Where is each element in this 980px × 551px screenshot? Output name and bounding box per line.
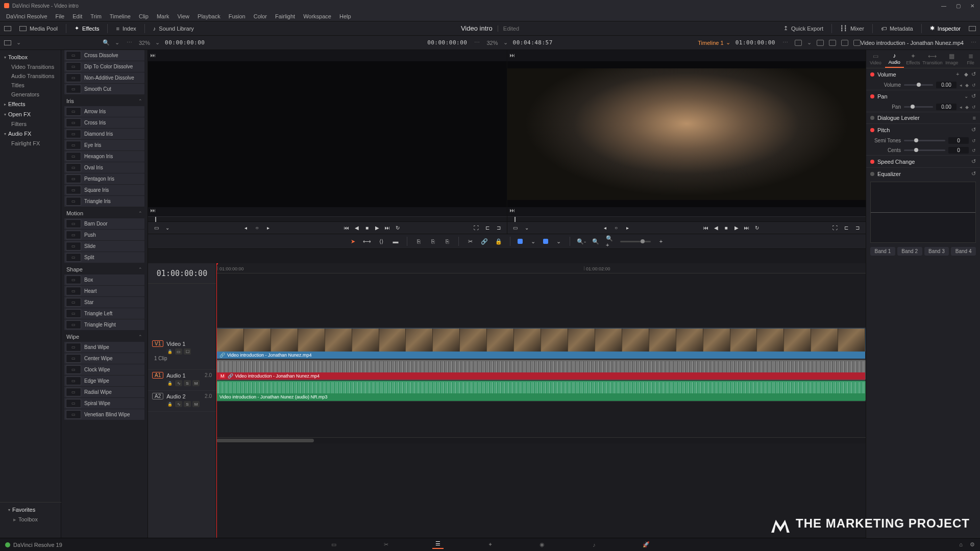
src-jog[interactable]: ○ <box>254 225 260 231</box>
tl-match-r[interactable]: ▸ <box>624 225 630 231</box>
timeline-scrubber[interactable] <box>507 216 866 221</box>
home-icon[interactable]: ⌂ <box>959 541 963 548</box>
tl-play[interactable]: ▶ <box>733 225 740 231</box>
nav-toolbox[interactable]: ▾Toolbox <box>0 52 61 62</box>
tl-loop[interactable]: ↻ <box>754 225 760 231</box>
fx-item[interactable]: ▭Smooth Cut <box>64 84 144 94</box>
fx-item[interactable]: ▭Dip To Color Dissolve <box>64 61 144 72</box>
dynamic-trim[interactable]: ⟨⟩ <box>377 238 385 245</box>
collapse-icon[interactable]: ⌃ <box>138 98 142 104</box>
menu-clip[interactable]: Clip <box>135 13 153 19</box>
tl-in[interactable]: ⊏ <box>843 225 849 231</box>
collapse-icon[interactable]: ⌃ <box>138 334 142 339</box>
fx-item[interactable]: ▭Triangle Left <box>64 308 144 319</box>
src-loop[interactable]: ↻ <box>395 225 401 231</box>
src-prev-frame[interactable]: ◀ <box>354 225 360 231</box>
source-canvas[interactable] <box>148 61 507 207</box>
timeline-ruler[interactable]: 01:00:00:00 01:00:02:00 <box>216 263 866 273</box>
playhead[interactable] <box>216 263 217 538</box>
reset-pan[interactable]: ↺ <box>971 93 976 99</box>
v1-lock[interactable]: 🔒 <box>166 348 174 355</box>
view-opt-5[interactable] <box>853 40 861 46</box>
nav-generators[interactable]: Generators <box>0 90 61 99</box>
a2-wave[interactable]: ∿ <box>175 401 182 407</box>
timeline-selector[interactable]: Timeline 1⌄ <box>698 39 730 46</box>
tl-prev-frame[interactable]: ◀ <box>713 225 719 231</box>
nav-video-transitions[interactable]: Video Transitions <box>0 62 61 71</box>
menu-timeline[interactable]: Timeline <box>106 13 135 19</box>
a2-mute[interactable]: M <box>192 401 200 407</box>
blade-tool[interactable]: ▬ <box>391 238 400 245</box>
audio1-clip[interactable]: M🔗Video introduction - Jonathan Nunez.mp… <box>216 360 866 380</box>
src-match-frame[interactable]: ◂ <box>243 225 249 231</box>
menu-help[interactable]: Help <box>335 13 355 19</box>
menu-color[interactable]: Color <box>250 13 271 19</box>
src-in[interactable]: ⊏ <box>484 225 491 231</box>
page-media[interactable]: ▭ <box>328 541 339 549</box>
nav-audiofx[interactable]: ▾Audio FX <box>0 129 61 139</box>
tl-last-frame[interactable]: ⏭ <box>744 225 750 231</box>
nav-effects[interactable]: ▸Effects <box>0 99 61 109</box>
a2-badge[interactable]: A2 <box>152 393 163 399</box>
v1-enable[interactable]: ☐ <box>184 348 191 355</box>
menu-workspace[interactable]: Workspace <box>299 13 335 19</box>
timeline-scrollbar[interactable] <box>216 437 866 443</box>
pan-kf[interactable]: ◆ <box>965 105 969 110</box>
view-opt-4[interactable] <box>841 40 848 46</box>
audio2-clip[interactable]: Video introduction - Jonathan Nunez (aud… <box>216 381 866 401</box>
page-edit[interactable]: ☰ <box>432 541 444 549</box>
fx-item[interactable]: ▭Spiral Wipe <box>64 398 144 409</box>
trim-tool[interactable]: ⟷ <box>363 238 371 245</box>
tl-stop[interactable]: ■ <box>723 225 729 231</box>
page-color[interactable]: ◉ <box>536 541 548 549</box>
fx-item[interactable]: ▭Heart <box>64 286 144 296</box>
src-out[interactable]: ⊐ <box>496 225 502 231</box>
fx-item[interactable]: ▭Triangle Iris <box>64 196 144 207</box>
collapse-icon[interactable]: ⌃ <box>138 267 142 272</box>
safe-area-icon[interactable] <box>829 40 836 46</box>
fx-item[interactable]: ▭Push <box>64 230 144 240</box>
fx-item[interactable]: ▭Hexagon Iris <box>64 151 144 162</box>
minimize-button[interactable]: — <box>940 3 947 9</box>
menu-fusion[interactable]: Fusion <box>225 13 250 19</box>
video-lane-1[interactable]: 🔗Video introduction - Jonathan Nunez.mp4 <box>216 328 866 360</box>
src-options[interactable]: ⋯ <box>472 39 481 46</box>
src-full[interactable]: ⛶ <box>473 225 479 231</box>
fx-item[interactable]: ▭Cross Dissolve <box>64 50 144 61</box>
page-fairlight[interactable]: ♪ <box>589 541 600 549</box>
zoom-fit[interactable]: 🔍 <box>592 238 600 245</box>
pan-drop[interactable]: ⌄ <box>964 93 968 99</box>
reset-volume[interactable]: ↺ <box>971 71 976 78</box>
track-head-a2[interactable]: A2Audio 22.0 🔒∿SM <box>148 391 216 412</box>
fx-item[interactable]: ▭Non-Additive Dissolve <box>64 72 144 83</box>
eq-band-3[interactable]: Band 3 <box>924 247 949 256</box>
bypass-fx-icon[interactable] <box>817 40 824 46</box>
audio-lane-2[interactable]: Video introduction - Jonathan Nunez (aud… <box>216 381 866 402</box>
pan-value[interactable]: 0.00 <box>936 104 957 110</box>
fx-item[interactable]: ▭Cross Iris <box>64 117 144 128</box>
vol-reset[interactable]: ↺ <box>972 83 976 88</box>
source-scrubber[interactable] <box>148 216 507 221</box>
src-view-mode[interactable]: ▭ <box>153 225 159 231</box>
track-head-v1[interactable]: V1Video 1 🔒▭☐ 1 Clip <box>148 338 216 370</box>
flag-drop[interactable]: ⌄ <box>529 238 537 245</box>
nav-titles[interactable]: Titles <box>0 81 61 90</box>
tl-match-l[interactable]: ◂ <box>602 225 608 231</box>
page-fusion[interactable]: ✦ <box>484 541 496 549</box>
fx-item[interactable]: ▭Square Iris <box>64 185 144 195</box>
insert-clip[interactable]: ⎘ <box>414 238 423 245</box>
st-reset[interactable]: ↺ <box>972 138 976 143</box>
arrow-tool[interactable]: ➤ <box>349 238 357 245</box>
cents-reset[interactable]: ↺ <box>972 148 976 153</box>
search-icon[interactable]: 🔍 <box>103 39 110 46</box>
reset-eq[interactable]: ↺ <box>971 170 976 177</box>
tl-view-mode[interactable]: ▭ <box>512 225 519 231</box>
marker-blue[interactable] <box>543 239 548 244</box>
src-zoom-dropdown[interactable]: ⌄ <box>155 39 160 46</box>
prev-edit-icon[interactable]: ⏭ <box>150 207 159 214</box>
razor-tool[interactable]: ✂ <box>466 238 474 245</box>
tl-full[interactable]: ⛶ <box>832 225 838 231</box>
cents-slider[interactable] <box>904 149 945 151</box>
link-tool[interactable]: 🔗 <box>480 238 488 245</box>
tab-file[interactable]: ≣File <box>961 50 980 68</box>
